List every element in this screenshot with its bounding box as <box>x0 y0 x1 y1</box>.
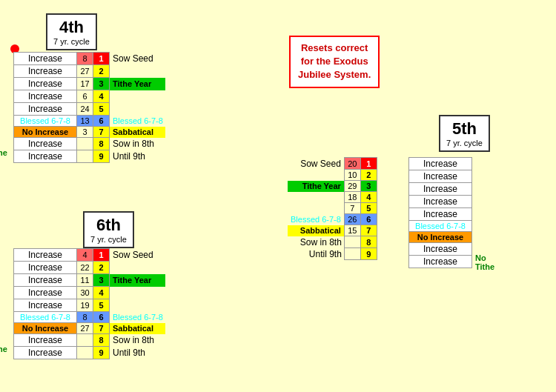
row-label: Increase <box>14 138 77 150</box>
num-cell: 17 <box>77 78 93 90</box>
row-label: Increase <box>14 347 77 359</box>
table-row: Sow Seed 20 1 <box>288 158 377 170</box>
num-cell: 22 <box>77 262 93 274</box>
num-cell: 18 <box>344 192 360 203</box>
table-row: Increase 8 Sow in 8th <box>14 334 166 347</box>
row-label: Increase <box>14 287 77 299</box>
table-row: Blessed 6-7-8 13 6 Blessed 6-7-8 <box>14 116 166 127</box>
no-tithe-label-sixth: No Tithe <box>0 345 7 353</box>
num-cell: 20 <box>344 158 360 170</box>
year-cell: 4 <box>360 192 377 203</box>
blessed-label: Blessed 6-7-8 <box>14 116 77 127</box>
year-cell: 2 <box>93 262 110 274</box>
table-row: Increase 6 4 <box>14 90 166 103</box>
table-row: Increase <box>409 158 472 170</box>
row-label: Increase <box>14 249 77 262</box>
table-row: 7 5 <box>288 203 377 214</box>
table-row: Until 9th 9 <box>288 248 377 260</box>
fourth-cycle-table: Increase 8 1 Sow Seed Increase 27 2 Incr… <box>13 52 166 163</box>
num-cell: 3 <box>77 127 93 138</box>
table-row: Increase 27 2 <box>14 65 166 78</box>
right-label: Sow in 8th <box>110 334 166 347</box>
row-label: Increase <box>409 243 472 256</box>
left-label: Sow Seed <box>288 158 344 170</box>
year-cell: 8 <box>93 334 110 347</box>
table-row: Increase <box>409 170 472 183</box>
fifth-cycle-table: Increase Increase Increase Increase Incr… <box>408 157 472 268</box>
no-increase-label: No Increase <box>409 232 472 243</box>
table-row: No Increase <box>409 232 472 243</box>
table-row: Increase 17 3 Tithe Year <box>14 78 166 90</box>
right-label <box>110 65 166 78</box>
num-cell: 19 <box>77 299 93 312</box>
reset-line2: for the Exodus <box>301 56 368 67</box>
row-label: Increase <box>14 90 77 103</box>
year-cell: 2 <box>93 65 110 78</box>
table-row: Increase 30 4 <box>14 287 166 299</box>
table-row: Increase <box>409 208 472 221</box>
year-cell: 1 <box>360 158 377 170</box>
year-cell: 5 <box>360 203 377 214</box>
table-row: 10 2 <box>288 170 377 181</box>
row-label: Increase <box>14 78 77 90</box>
num-cell <box>77 150 93 163</box>
right-label: Tithe Year <box>110 78 166 90</box>
no-tithe-label-fourth: No Tithe <box>0 148 7 157</box>
right-label: Sabbatical <box>110 323 166 334</box>
left-label: Sow in 8th <box>288 236 344 248</box>
blessed-label: Blessed 6-7-8 <box>14 312 77 323</box>
left-label: Tithe Year <box>288 181 344 192</box>
table-row: Increase 24 5 <box>14 103 166 116</box>
left-label: Until 9th <box>288 248 344 260</box>
row-label: Increase <box>14 53 77 65</box>
reset-line1: Resets correct <box>301 42 368 53</box>
no-increase-label: No Increase <box>14 323 77 334</box>
table-row: No Increase 3 7 Sabbatical <box>14 127 166 138</box>
year-cell: 1 <box>93 249 110 262</box>
row-label: Increase <box>409 170 472 183</box>
row-label: Increase <box>14 150 77 163</box>
left-label <box>288 192 344 203</box>
year-cell: 7 <box>360 225 377 236</box>
table-row: Increase 9 Until 9th <box>14 347 166 359</box>
num-cell: 24 <box>77 103 93 116</box>
table-row: Increase 19 5 <box>14 299 166 312</box>
left-label: Blessed 6-7-8 <box>288 214 344 225</box>
row-label: Increase <box>14 262 77 274</box>
num-cell: 27 <box>77 65 93 78</box>
year-cell: 7 <box>93 323 110 334</box>
year-cell: 9 <box>360 248 377 260</box>
num-cell: 6 <box>77 90 93 103</box>
num-cell: 4 <box>77 249 93 262</box>
fourth-cycle-subtitle: 7 yr. cycle <box>53 37 90 46</box>
row-label: Increase <box>14 65 77 78</box>
year-cell: 4 <box>93 287 110 299</box>
table-row: Blessed 6-7-8 26 6 <box>288 214 377 225</box>
right-label: Until 9th <box>110 150 166 163</box>
year-cell: 7 <box>93 127 110 138</box>
year-cell: 8 <box>360 236 377 248</box>
table-row: Increase <box>409 183 472 196</box>
row-label: Increase <box>409 256 472 268</box>
reset-box: Resets correct for the Exodus Jubilee Sy… <box>289 36 380 88</box>
num-cell <box>344 236 360 248</box>
fourth-cycle-header: 4th 7 yr. cycle <box>46 13 97 50</box>
row-label: Increase <box>14 103 77 116</box>
num-cell <box>77 347 93 359</box>
row-label: Increase <box>409 196 472 208</box>
blessed-label: Blessed 6-7-8 <box>409 221 472 232</box>
table-row: Increase <box>409 256 472 268</box>
right-label: Blessed 6-7-8 <box>110 116 166 127</box>
num-cell: 8 <box>77 53 93 65</box>
row-label: Increase <box>409 183 472 196</box>
year-cell: 3 <box>93 274 110 287</box>
num-cell: 10 <box>344 170 360 181</box>
right-label: Blessed 6-7-8 <box>110 312 166 323</box>
left-label <box>288 170 344 181</box>
no-increase-label: No Increase <box>14 127 77 138</box>
table-row: Increase 9 Until 9th <box>14 150 166 163</box>
table-row: Blessed 6-7-8 <box>409 221 472 232</box>
table-row: Increase 4 1 Sow Seed <box>14 249 166 262</box>
table-row: Sabbatical 15 7 <box>288 225 377 236</box>
right-label <box>110 299 166 312</box>
